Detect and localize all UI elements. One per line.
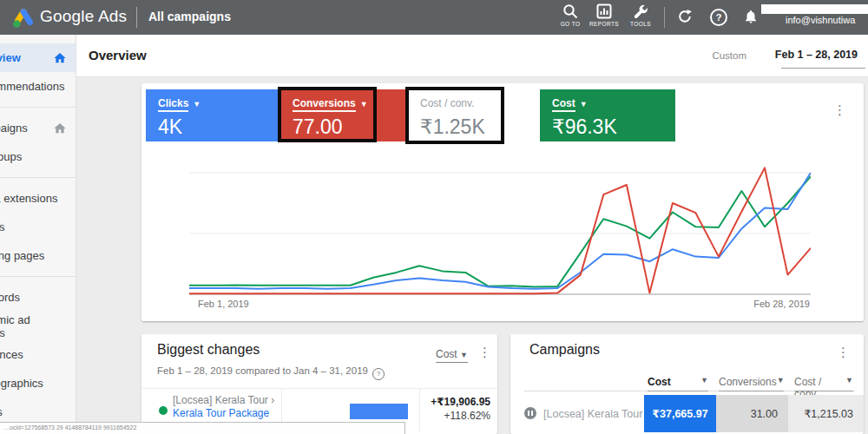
column-header-cost[interactable]: Cost▼: [648, 376, 708, 391]
scorecard-clicks[interactable]: Clicks▼ 4K: [146, 89, 280, 141]
scope-title: All campaigns: [148, 10, 231, 23]
sidebar-item-recommendations[interactable]: Recommendations: [0, 72, 76, 101]
topbar-divider: [664, 7, 665, 28]
chevron-down-icon: ▼: [580, 100, 588, 108]
sidebar-divider: [0, 276, 76, 277]
metric-label: Cost: [552, 97, 575, 112]
chevron-down-icon: ▼: [700, 376, 708, 385]
go-to-label: GO TO: [551, 21, 589, 27]
change-percent: +118.62%: [431, 409, 490, 423]
panel-menu-kebab-icon[interactable]: ⋮: [478, 346, 491, 358]
change-amount: +₹19,906.95: [431, 395, 490, 409]
chevron-down-icon: ▼: [193, 100, 201, 108]
cost-cell: ₹37,665.97: [644, 395, 716, 432]
sidebar-item-ads-extensions[interactable]: Ads & extensions: [0, 184, 76, 213]
sidebar-divider: [0, 177, 76, 178]
sidebar-item-dynamic-ad-targets[interactable]: Dynamic ad targets: [0, 312, 76, 340]
panel-title: Campaigns: [529, 342, 600, 358]
biggest-changes-panel: Biggest changes Cost ▼ ⋮ Feb 1 – 28, 201…: [141, 334, 497, 434]
panel-menu-kebab-icon[interactable]: ⋮: [837, 346, 850, 358]
date-range-type: Custom: [712, 50, 746, 61]
panel-title: Biggest changes: [157, 342, 260, 358]
overview-chart-card: Clicks▼ 4K Conversions▼ 77.00 Cost / con…: [141, 83, 864, 321]
google-ads-logo-icon: [11, 6, 36, 29]
metric-value: ₹96.3K: [552, 115, 663, 139]
help-icon[interactable]: ?: [710, 9, 727, 26]
sidebar-item-landing-pages[interactable]: Landing pages: [0, 241, 76, 270]
campaign-row: [Locsea] Kerala Tour ₹37,665.97 31.00 ₹1…: [510, 395, 864, 432]
chevron-down-icon: ▼: [845, 376, 853, 385]
paused-status-icon: [524, 407, 536, 419]
sidebar-item-overview[interactable]: Overview: [0, 43, 76, 72]
browser-status-bar: …ocid=127568573 29 41488784119 991165452…: [0, 422, 405, 434]
sidebar-item-keywords[interactable]: Keywords: [0, 283, 76, 312]
tools-button[interactable]: TOOLS: [621, 3, 660, 27]
column-header-conversions[interactable]: Conversions▼: [719, 376, 784, 391]
status-dot-enabled: [159, 406, 168, 415]
sidebar-item-videos[interactable]: Videos: [0, 213, 76, 241]
timeseries-chart: [189, 161, 811, 295]
help-icon[interactable]: ?: [372, 368, 385, 380]
cell-divider: [419, 389, 420, 431]
go-to-button[interactable]: GO TO: [551, 3, 589, 27]
chevron-down-icon: ▼: [777, 376, 785, 385]
scorecard-cost[interactable]: Cost▼ ₹96.3K: [540, 89, 675, 141]
column-header-cost-per-conv[interactable]: Cost / conv.▼: [794, 376, 853, 391]
campaign-name-cell: [Locsea] Kerala Tour › Kerala Tour Packa…: [173, 394, 274, 420]
campaign-link[interactable]: Kerala Tour Package: [173, 407, 274, 420]
campaigns-panel: Campaigns ⋮ Cost▼ Conversions▼ Cost / co…: [510, 334, 864, 434]
conversions-cell: 31.00: [716, 395, 788, 432]
tools-icon: [633, 3, 648, 19]
x-axis-start-label: Feb 1, 2019: [198, 299, 249, 309]
sidebar-item-audiences[interactable]: Audiences: [0, 340, 76, 369]
reports-icon: [596, 3, 612, 19]
comparison-subtitle: Feb 1 – 28, 2019 compared to Jan 4 – 31,…: [157, 365, 385, 380]
date-range-underline: [781, 68, 865, 69]
reports-label: REPORTS: [585, 21, 623, 27]
top-app-bar: Google Ads All campaigns GO TO REPORTS T…: [0, 0, 868, 35]
metric-dropdown[interactable]: Cost ▼: [436, 348, 468, 363]
chevron-down-icon: ▼: [460, 351, 468, 359]
change-bar: [350, 404, 408, 419]
sidebar-item-ad-groups[interactable]: Ad groups: [0, 142, 76, 171]
navigation-sidebar: Overview Recommendations Campaigns Ad gr…: [0, 35, 76, 434]
annotation-box-cost-per-conv: [405, 87, 504, 144]
change-values: +₹19,906.95 +118.62%: [431, 395, 490, 423]
product-name: Google Ads: [40, 7, 127, 26]
campaign-path: [Locsea] Kerala Tour ›: [173, 394, 274, 407]
redacted-account-name: [761, 4, 868, 14]
home-icon: [53, 122, 67, 135]
tools-label: TOOLS: [621, 21, 660, 27]
page-title: Overview: [89, 48, 147, 62]
search-icon: [562, 3, 578, 19]
account-email: info@vishnutiwa: [786, 15, 855, 25]
cost-per-conv-cell: ₹1,215.03: [788, 395, 864, 432]
chart-menu-kebab-icon[interactable]: ⋮: [833, 104, 846, 116]
page-header: Overview Custom Feb 1 – 28, 2019: [76, 35, 868, 77]
metric-value: 4K: [158, 115, 268, 139]
topbar-divider: [136, 7, 137, 28]
sidebar-item-campaigns[interactable]: Campaigns: [0, 114, 76, 142]
notifications-icon[interactable]: [743, 9, 760, 26]
annotation-box-conversions: [278, 87, 377, 142]
sidebar-item-demographics[interactable]: Demographics: [0, 369, 76, 398]
sidebar-divider: [0, 107, 76, 108]
metric-label: Clicks: [158, 97, 188, 112]
campaign-name[interactable]: [Locsea] Kerala Tour: [543, 408, 642, 420]
refresh-icon[interactable]: [677, 9, 694, 26]
reports-button[interactable]: REPORTS: [585, 3, 623, 27]
home-icon: [53, 51, 67, 65]
x-axis-end-label: Feb 28, 2019: [753, 299, 810, 309]
date-range-picker[interactable]: Feb 1 – 28, 2019: [775, 49, 858, 61]
